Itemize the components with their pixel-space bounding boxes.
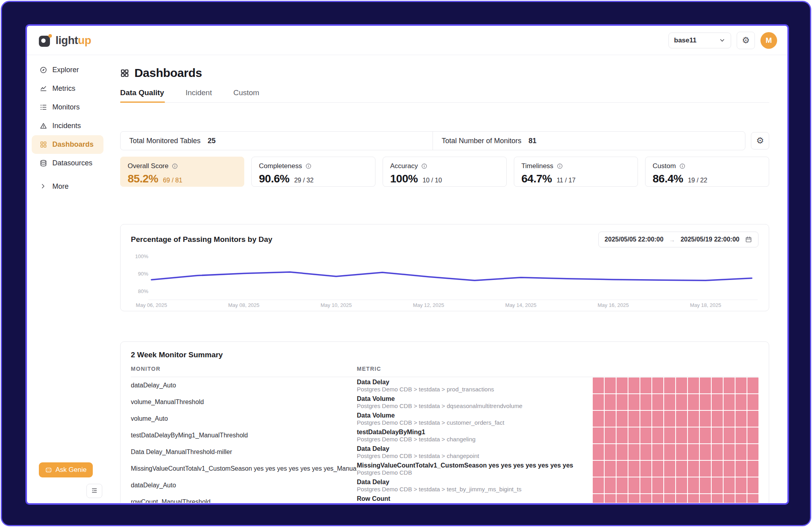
heatmap-cell[interactable] <box>688 378 699 393</box>
heatmap-cell[interactable] <box>688 494 699 503</box>
heatmap-cell[interactable] <box>593 427 604 443</box>
heatmap-cell[interactable] <box>724 378 735 393</box>
heatmap-cell[interactable] <box>605 411 616 427</box>
heatmap-cell[interactable] <box>617 477 628 493</box>
heatmap-cell[interactable] <box>688 411 699 427</box>
heatmap-cell[interactable] <box>712 427 723 443</box>
heatmap-cell[interactable] <box>593 477 604 493</box>
heatmap-cell[interactable] <box>735 477 747 493</box>
heatmap-cell[interactable] <box>700 477 711 493</box>
heatmap-cell[interactable] <box>700 427 711 443</box>
heatmap-cell[interactable] <box>676 411 687 427</box>
heatmap-cell[interactable] <box>664 477 675 493</box>
tab-data-quality[interactable]: Data Quality <box>120 88 164 102</box>
user-avatar[interactable]: M <box>760 32 777 49</box>
settings-button[interactable]: ⚙ <box>737 32 755 49</box>
heatmap-cell[interactable] <box>652 444 663 460</box>
collapse-sidebar-button[interactable] <box>86 484 102 498</box>
heatmap-cell[interactable] <box>688 444 699 460</box>
heatmap-cell[interactable] <box>593 411 604 427</box>
sidebar-item-more[interactable]: More <box>27 177 108 196</box>
heatmap-cell[interactable] <box>700 411 711 427</box>
heatmap-cell[interactable] <box>664 444 675 460</box>
heatmap-cell[interactable] <box>605 427 616 443</box>
heatmap-cell[interactable] <box>747 494 758 503</box>
dashboard-settings-button[interactable]: ⚙ <box>751 132 769 149</box>
heatmap-cell[interactable] <box>676 461 687 477</box>
heatmap-cell[interactable] <box>735 411 747 427</box>
heatmap-cell[interactable] <box>628 444 640 460</box>
heatmap-cell[interactable] <box>640 411 651 427</box>
heatmap-cell[interactable] <box>652 427 663 443</box>
heatmap-cell[interactable] <box>735 394 747 410</box>
heatmap-cell[interactable] <box>593 494 604 503</box>
heatmap-cell[interactable] <box>676 427 687 443</box>
sidebar-item-incidents[interactable]: Incidents <box>27 117 108 135</box>
heatmap-cell[interactable] <box>628 477 640 493</box>
heatmap-cell[interactable] <box>700 494 711 503</box>
heatmap-cell[interactable] <box>735 427 747 443</box>
heatmap-cell[interactable] <box>724 461 735 477</box>
heatmap-cell[interactable] <box>640 394 651 410</box>
heatmap-cell[interactable] <box>676 444 687 460</box>
heatmap-cell[interactable] <box>664 494 675 503</box>
heatmap-cell[interactable] <box>700 444 711 460</box>
heatmap-cell[interactable] <box>712 411 723 427</box>
sidebar-item-dashboards[interactable]: Dashboards <box>32 135 103 154</box>
heatmap-cell[interactable] <box>628 378 640 393</box>
heatmap-cell[interactable] <box>747 461 758 477</box>
heatmap-cell[interactable] <box>640 477 651 493</box>
heatmap-cell[interactable] <box>735 378 747 393</box>
heatmap-cell[interactable] <box>617 494 628 503</box>
heatmap-cell[interactable] <box>747 394 758 410</box>
heatmap-cell[interactable] <box>593 394 604 410</box>
heatmap-cell[interactable] <box>605 394 616 410</box>
tab-incident[interactable]: Incident <box>186 88 212 102</box>
heatmap-cell[interactable] <box>652 494 663 503</box>
heatmap-cell[interactable] <box>688 427 699 443</box>
sidebar-item-datasources[interactable]: Datasources <box>27 154 108 172</box>
heatmap-cell[interactable] <box>628 394 640 410</box>
heatmap-cell[interactable] <box>664 394 675 410</box>
heatmap-cell[interactable] <box>712 444 723 460</box>
heatmap-cell[interactable] <box>605 461 616 477</box>
heatmap-cell[interactable] <box>652 394 663 410</box>
ask-genie-button[interactable]: Ask Genie <box>39 462 93 477</box>
heatmap-cell[interactable] <box>747 411 758 427</box>
heatmap-cell[interactable] <box>640 378 651 393</box>
heatmap-cell[interactable] <box>724 427 735 443</box>
heatmap-cell[interactable] <box>664 411 675 427</box>
heatmap-cell[interactable] <box>676 477 687 493</box>
sidebar-item-explorer[interactable]: Explorer <box>27 61 108 79</box>
heatmap-cell[interactable] <box>652 378 663 393</box>
tab-custom[interactable]: Custom <box>233 88 259 102</box>
heatmap-cell[interactable] <box>700 461 711 477</box>
heatmap-cell[interactable] <box>724 494 735 503</box>
heatmap-cell[interactable] <box>593 444 604 460</box>
heatmap-cell[interactable] <box>628 494 640 503</box>
heatmap-cell[interactable] <box>676 378 687 393</box>
heatmap-cell[interactable] <box>617 378 628 393</box>
heatmap-cell[interactable] <box>688 477 699 493</box>
heatmap-cell[interactable] <box>735 494 747 503</box>
heatmap-cell[interactable] <box>617 427 628 443</box>
heatmap-cell[interactable] <box>712 494 723 503</box>
heatmap-cell[interactable] <box>700 378 711 393</box>
workspace-select[interactable]: base11 <box>668 33 731 48</box>
heatmap-cell[interactable] <box>640 494 651 503</box>
heatmap-cell[interactable] <box>628 461 640 477</box>
heatmap-cell[interactable] <box>747 378 758 393</box>
heatmap-cell[interactable] <box>724 411 735 427</box>
heatmap-cell[interactable] <box>640 444 651 460</box>
heatmap-cell[interactable] <box>605 378 616 393</box>
heatmap-cell[interactable] <box>617 461 628 477</box>
heatmap-cell[interactable] <box>724 477 735 493</box>
info-icon[interactable] <box>421 163 427 169</box>
heatmap-cell[interactable] <box>605 444 616 460</box>
heatmap-cell[interactable] <box>640 461 651 477</box>
sidebar-item-metrics[interactable]: Metrics <box>27 79 108 98</box>
heatmap-cell[interactable] <box>700 394 711 410</box>
info-icon[interactable] <box>679 163 686 169</box>
heatmap-cell[interactable] <box>688 461 699 477</box>
heatmap-cell[interactable] <box>664 427 675 443</box>
